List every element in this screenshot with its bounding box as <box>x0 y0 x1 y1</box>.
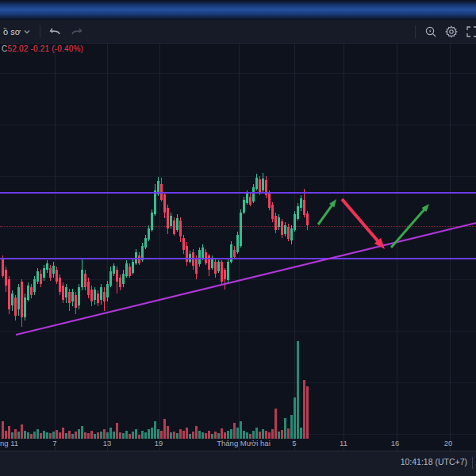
ohlc-legend: C52.02 -0.21 (-0.40%) <box>2 44 83 53</box>
statusbar-separator <box>472 457 473 469</box>
candlestick-chart-canvas[interactable] <box>0 0 476 476</box>
time-axis-label: 5 <box>292 439 296 447</box>
legend-close-value: 52.02 <box>7 44 28 53</box>
clock-label[interactable]: 10:41:18 (UTC+7) <box>401 457 467 466</box>
time-axis-label: 13 <box>103 439 112 447</box>
time-axis-label: 20 <box>444 439 453 447</box>
trading-chart-app: ồ sơ <box>0 0 476 476</box>
legend-change-value: -0.21 (-0.40%) <box>30 44 83 53</box>
time-axis-label: Tháng Mười hai <box>217 439 271 447</box>
time-axis-label: 7 <box>52 439 56 447</box>
time-axis-label: 19 <box>155 439 163 447</box>
status-bar: 10:41:18 (UTC+7) <box>0 451 476 476</box>
time-axis-label: ng 11 <box>0 439 18 447</box>
time-axis-label: 16 <box>391 439 400 447</box>
time-axis-label: 11 <box>340 439 347 447</box>
